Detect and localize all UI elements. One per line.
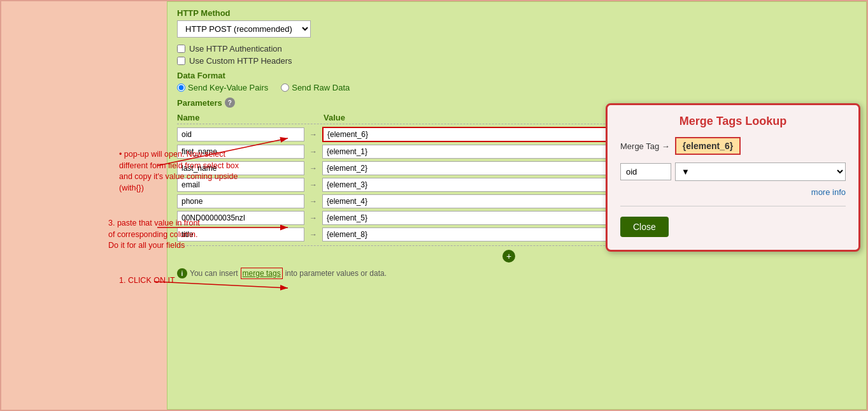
- main-panel: HTTP Method HTTP POST (recommended) Use …: [0, 0, 868, 411]
- http-method-label: HTTP Method: [177, 8, 857, 18]
- arrow-first-name: →: [307, 147, 320, 156]
- arrow-last-name: →: [307, 164, 320, 173]
- arrow-oid: →: [307, 130, 320, 139]
- radio-key-value-input[interactable]: [177, 83, 185, 92]
- annotation-paste: 3. paste that value in front of correspo…: [108, 218, 267, 252]
- radio-raw-input[interactable]: [281, 83, 289, 92]
- http-auth-checkbox[interactable]: [177, 45, 185, 53]
- http-auth-checkbox-row: Use HTTP Authentication: [177, 44, 857, 54]
- arrow-ond: →: [307, 213, 320, 222]
- merge-tag-row: Merge Tag → {element_6}: [620, 137, 846, 155]
- radio-raw-label[interactable]: Send Raw Data: [292, 83, 350, 92]
- param-name-oid[interactable]: [177, 127, 304, 141]
- custom-headers-checkbox[interactable]: [177, 57, 185, 65]
- footer-note: i You can insert merge tags into paramet…: [177, 268, 857, 279]
- merge-tag-label: Merge Tag →: [620, 141, 670, 151]
- custom-headers-label: Use Custom HTTP Headers: [189, 56, 292, 66]
- merge-popup-title: Merge Tags Lookup: [620, 115, 846, 128]
- radio-key-value-label: Send Key-Value Pairs: [188, 83, 268, 92]
- add-param-button[interactable]: +: [502, 250, 515, 263]
- data-format-label: Data Format: [177, 71, 857, 80]
- more-info-row: more info: [620, 187, 846, 197]
- custom-headers-checkbox-row: Use Custom HTTP Headers: [177, 56, 857, 66]
- data-format-section: Data Format Send Key-Value Pairs Send Ra…: [177, 71, 857, 92]
- footer-note2: into parameter values or data.: [285, 269, 387, 278]
- arrow-email: →: [307, 180, 320, 189]
- http-method-select[interactable]: HTTP POST (recommended): [177, 20, 311, 38]
- radio-key-value: Send Key-Value Pairs: [177, 83, 268, 92]
- annotation-popup: • pop-up will open. Now select different…: [119, 149, 278, 194]
- merge-select-dropdown[interactable]: ▼: [675, 162, 846, 181]
- arrow-title: →: [307, 230, 320, 239]
- merge-tags-link[interactable]: merge tags: [241, 268, 283, 279]
- col-name-header: Name: [177, 113, 304, 122]
- merge-tags-popup: Merge Tags Lookup Merge Tag → {element_6…: [606, 103, 860, 252]
- merge-tag-value: {element_6}: [675, 137, 741, 155]
- http-auth-label: Use HTTP Authentication: [189, 44, 282, 54]
- param-name-phone[interactable]: [177, 194, 304, 208]
- close-popup-button[interactable]: Close: [620, 217, 669, 237]
- http-method-section: HTTP Method HTTP POST (recommended): [177, 8, 857, 38]
- arrow-phone: →: [307, 197, 320, 206]
- merge-select-row: ▼: [620, 162, 846, 181]
- http-method-select-row: HTTP POST (recommended): [177, 20, 857, 38]
- radio-raw: Send Raw Data: [281, 83, 350, 92]
- data-format-radios: Send Key-Value Pairs Send Raw Data: [177, 83, 857, 92]
- annotation-click: 1. CLICK ON IT: [119, 275, 246, 287]
- popup-divider: [620, 206, 846, 206]
- merge-select-name-input[interactable]: [620, 163, 671, 180]
- more-info-link[interactable]: more info: [811, 187, 846, 197]
- help-icon: ?: [225, 97, 235, 108]
